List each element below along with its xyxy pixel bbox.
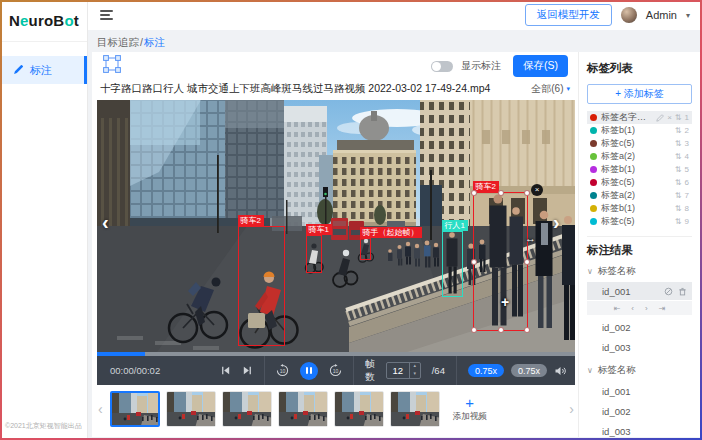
- result-item-selected[interactable]: id_001: [587, 282, 692, 300]
- logo-letter: N: [9, 12, 20, 29]
- resize-handle[interactable]: [524, 190, 530, 196]
- save-button[interactable]: 保存(S): [513, 55, 568, 77]
- result-item[interactable]: id_002: [587, 401, 692, 421]
- filmstrip-next-icon[interactable]: ›: [568, 401, 575, 417]
- hide-annotation-icon[interactable]: [664, 287, 673, 296]
- resize-handle[interactable]: [524, 327, 530, 333]
- show-annotations-toggle[interactable]: [431, 61, 453, 72]
- resize-handle[interactable]: [471, 327, 477, 333]
- annotation-bbox[interactable]: 骑车2: [238, 226, 285, 346]
- label-row[interactable]: 标签b(1)⇅2: [587, 124, 692, 137]
- back-to-model-dev-button[interactable]: 返回模型开发: [525, 4, 612, 26]
- step-backward-icon[interactable]: [220, 365, 231, 376]
- annotation-bbox[interactable]: 骑车2×: [473, 192, 528, 331]
- filter-dropdown[interactable]: 全部(6) ▾: [531, 82, 570, 96]
- resize-handle[interactable]: [498, 327, 504, 333]
- sort-label-icon[interactable]: ⇅: [675, 204, 682, 213]
- video-thumbnail[interactable]: [334, 391, 384, 427]
- speed-pill-active[interactable]: 0.75x: [468, 364, 504, 377]
- sort-label-icon[interactable]: ⇅: [675, 217, 682, 226]
- result-item[interactable]: id_003: [587, 337, 692, 357]
- label-row[interactable]: 标签c(5)⇅3: [587, 137, 692, 150]
- pager-first-icon[interactable]: ⇤: [614, 304, 621, 313]
- resize-handle[interactable]: [524, 259, 530, 265]
- pager-prev-icon[interactable]: ‹: [631, 304, 634, 313]
- sidebar-item-annotate[interactable]: 标注: [0, 56, 87, 84]
- speed-pill[interactable]: 0.75x: [511, 364, 547, 377]
- result-item[interactable]: id_003: [587, 421, 692, 437]
- video-thumbnail[interactable]: [110, 391, 160, 427]
- result-group-header[interactable]: ∨标签名称: [587, 364, 692, 377]
- volume-icon[interactable]: [554, 365, 566, 377]
- logo-letter: t: [74, 12, 79, 29]
- delete-annotation-icon[interactable]: [678, 287, 687, 296]
- breadcrumb-current[interactable]: 标注: [144, 36, 165, 48]
- label-row[interactable]: 标签b(1)⇅8: [587, 202, 692, 215]
- next-frame-chevron-icon[interactable]: ›: [553, 212, 560, 232]
- sort-label-icon[interactable]: ⇅: [675, 126, 682, 135]
- add-label-button[interactable]: + 添加标签: [587, 84, 692, 104]
- stepper-down-icon: ▾: [410, 371, 420, 379]
- remove-bbox-icon[interactable]: ×: [531, 184, 543, 196]
- sort-label-icon[interactable]: ⇅: [675, 178, 682, 187]
- resize-handle[interactable]: [471, 259, 477, 265]
- result-item[interactable]: id_002: [587, 317, 692, 337]
- sort-label-icon[interactable]: ⇅: [675, 113, 682, 122]
- video-thumbnail[interactable]: [390, 391, 440, 427]
- label-order: 3: [685, 139, 689, 148]
- label-name: 标签c(5): [601, 176, 635, 189]
- frame-stepper[interactable]: ▴▾: [409, 363, 420, 378]
- annotation-workspace: 显示标注 保存(S) 十字路口路口行人 城市交通上下班高峰斑马线过马路视频 20…: [92, 52, 578, 437]
- video-thumbnail[interactable]: [222, 391, 272, 427]
- label-row[interactable]: 标签a(2)⇅4: [587, 150, 692, 163]
- label-color-dot: [590, 153, 597, 160]
- filmstrip-prev-icon[interactable]: ‹: [97, 401, 104, 417]
- breadcrumb-parent[interactable]: 目标追踪: [97, 36, 139, 48]
- pager-next-icon[interactable]: ›: [645, 304, 648, 313]
- annotation-bbox[interactable]: 行人1: [442, 231, 463, 297]
- edit-label-icon[interactable]: [656, 114, 664, 122]
- video-progress-bar[interactable]: [97, 352, 575, 356]
- sort-label-icon[interactable]: ⇅: [675, 165, 682, 174]
- annotation-label: 骑车1: [306, 224, 332, 235]
- step-forward-icon[interactable]: [242, 365, 253, 376]
- label-color-dot: [590, 140, 597, 147]
- resize-handle[interactable]: [471, 190, 477, 196]
- label-row[interactable]: 标签a(2)⇅7: [587, 189, 692, 202]
- pager-last-icon[interactable]: ⇥: [659, 304, 666, 313]
- label-order: 4: [685, 152, 689, 161]
- resize-handle[interactable]: [498, 190, 504, 196]
- video-thumbnail[interactable]: [278, 391, 328, 427]
- right-panel: 标签列表 + 添加标签 标签名字最长数...×⇅1标签b(1)⇅2标签c(5)⇅…: [578, 52, 700, 437]
- label-row[interactable]: 标签名字最长数...×⇅1: [587, 111, 692, 124]
- result-item[interactable]: id_001: [587, 381, 692, 401]
- forward-10-icon[interactable]: 10: [329, 364, 342, 377]
- label-row[interactable]: 标签c(5)⇅6: [587, 176, 692, 189]
- sort-label-icon[interactable]: ⇅: [675, 152, 682, 161]
- sort-label-icon[interactable]: ⇅: [675, 191, 682, 200]
- label-row[interactable]: 标签c(5)⇅9: [587, 215, 692, 228]
- result-group-name: 标签名称: [598, 265, 636, 278]
- video-canvas[interactable]: 骑车2骑车1骑手（起始帧）行人1骑车2× ‹ › ↔ +: [97, 100, 575, 352]
- add-video-button[interactable]: + 添加视频: [446, 396, 494, 423]
- label-row[interactable]: 标签b(1)⇅5: [587, 163, 692, 176]
- user-avatar[interactable]: [621, 7, 637, 23]
- annotation-bbox[interactable]: 骑手（起始帧）: [360, 238, 371, 260]
- delete-label-icon[interactable]: ×: [667, 113, 672, 122]
- collapse-menu-icon[interactable]: [100, 8, 113, 23]
- prev-frame-chevron-icon[interactable]: ‹: [102, 212, 109, 232]
- bounding-box-tool-icon[interactable]: [102, 54, 122, 78]
- label-color-dot: [590, 166, 597, 173]
- label-list-title: 标签列表: [587, 61, 692, 76]
- replay-10-icon[interactable]: 10: [276, 364, 289, 377]
- user-name[interactable]: Admin: [646, 9, 677, 21]
- pause-button[interactable]: [300, 362, 318, 380]
- annotation-bbox[interactable]: 骑车1: [306, 235, 322, 273]
- video-thumbnail[interactable]: [166, 391, 216, 427]
- sort-label-icon[interactable]: ⇅: [675, 139, 682, 148]
- user-menu-caret-icon[interactable]: ▾: [686, 11, 690, 20]
- frame-number-input[interactable]: [387, 363, 409, 378]
- caret-down-icon: ∨: [587, 267, 593, 276]
- label-name: 标签c(5): [601, 215, 635, 228]
- result-group-header[interactable]: ∨标签名称: [587, 265, 692, 278]
